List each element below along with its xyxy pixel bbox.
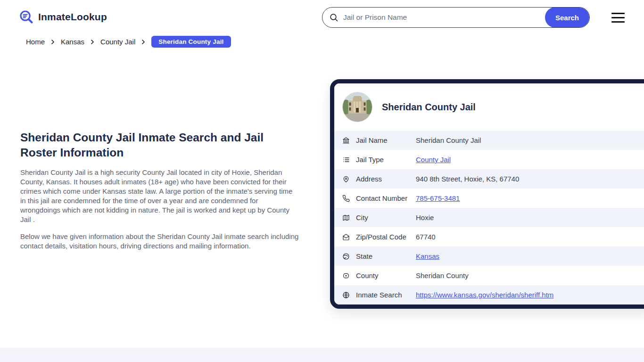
mail-icon bbox=[342, 233, 350, 241]
search-icon bbox=[329, 13, 339, 22]
info-row: StateKansas bbox=[334, 247, 644, 266]
row-value: 940 8th Street, Hoxie, KS, 67740 bbox=[416, 175, 519, 183]
brand-name: InmateLookup bbox=[38, 11, 107, 23]
row-label: Zip/Postal Code bbox=[356, 233, 416, 241]
search-button[interactable]: Search bbox=[545, 7, 589, 28]
earth-icon bbox=[342, 253, 350, 260]
row-label: Contact Number bbox=[356, 194, 416, 202]
row-value: Hoxie bbox=[416, 214, 434, 222]
row-label: City bbox=[356, 214, 416, 222]
row-label: Jail Name bbox=[356, 136, 416, 144]
row-label: County bbox=[356, 272, 416, 280]
card-title: Sheridan County Jail bbox=[382, 102, 476, 113]
breadcrumb-current-badge: Sheridan County Jail bbox=[151, 36, 231, 48]
search-input[interactable] bbox=[339, 13, 545, 22]
chevron-right-icon bbox=[50, 39, 56, 45]
jail-photo bbox=[342, 92, 372, 122]
row-value: 67740 bbox=[416, 233, 436, 241]
row-label: State bbox=[356, 252, 416, 260]
info-row: CountySheridan County bbox=[334, 266, 644, 285]
card-header: Sheridan County Jail bbox=[334, 83, 644, 131]
phone-icon bbox=[342, 195, 350, 202]
county-icon bbox=[342, 272, 350, 280]
list-icon bbox=[342, 156, 350, 164]
info-row: Contact Number785-675-3481 bbox=[334, 189, 644, 208]
info-row: Jail NameSheridan County Jail bbox=[334, 131, 644, 150]
breadcrumb: Home Kansas County Jail Sheridan County … bbox=[26, 36, 231, 48]
row-value-link[interactable]: https://www.kansas.gov/sheridan/sheriff.… bbox=[416, 291, 553, 299]
info-row: Zip/Postal Code67740 bbox=[334, 227, 644, 247]
globe-icon bbox=[342, 291, 350, 299]
breadcrumb-kansas[interactable]: Kansas bbox=[61, 38, 84, 46]
info-rows: Jail NameSheridan County JailJail TypeCo… bbox=[334, 131, 644, 304]
row-label: Inmate Search bbox=[356, 291, 416, 299]
breadcrumb-home[interactable]: Home bbox=[26, 38, 45, 46]
row-value: Sheridan County bbox=[416, 272, 469, 280]
row-label: Jail Type bbox=[356, 156, 416, 164]
row-value-link[interactable]: 785-675-3481 bbox=[416, 194, 460, 202]
info-row: Inmate Searchhttps://www.kansas.gov/sher… bbox=[334, 285, 644, 304]
info-row: Address940 8th Street, Hoxie, KS, 67740 bbox=[334, 169, 644, 189]
brand-logo[interactable]: InmateLookup bbox=[19, 9, 107, 25]
pin-icon bbox=[342, 175, 350, 183]
map-icon bbox=[342, 214, 350, 222]
row-value-link[interactable]: Kansas bbox=[416, 252, 439, 260]
menu-icon[interactable] bbox=[611, 13, 625, 23]
chevron-right-icon bbox=[140, 39, 146, 45]
chevron-right-icon bbox=[90, 39, 95, 45]
intro-paragraph: Sheridan County Jail is a high security … bbox=[20, 168, 299, 224]
search-bar: Search bbox=[322, 7, 590, 28]
footer-band bbox=[0, 348, 644, 362]
info-row: CityHoxie bbox=[334, 208, 644, 227]
page-title: Sheridan County Jail Inmate Search and J… bbox=[20, 130, 303, 160]
bank-icon bbox=[342, 137, 350, 144]
summary-paragraph: Below we have given information about th… bbox=[20, 232, 299, 251]
row-label: Address bbox=[356, 175, 416, 183]
breadcrumb-county-jail[interactable]: County Jail bbox=[100, 38, 135, 46]
jail-info-card: Sheridan County Jail Jail NameSheridan C… bbox=[330, 79, 644, 309]
info-row: Jail TypeCounty Jail bbox=[334, 150, 644, 169]
magnifier-list-icon bbox=[19, 9, 34, 25]
row-value-link[interactable]: County Jail bbox=[416, 156, 451, 164]
row-value: Sheridan County Jail bbox=[416, 136, 481, 144]
